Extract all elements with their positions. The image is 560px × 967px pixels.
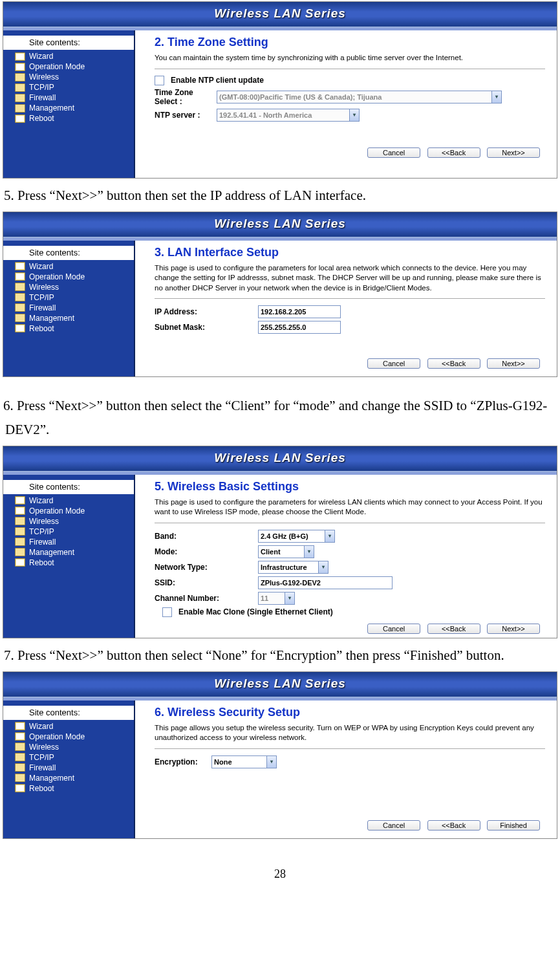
ssid-label: SSID: bbox=[155, 578, 258, 587]
page-icon bbox=[15, 114, 25, 123]
page-icon bbox=[15, 784, 25, 792]
screenshot-timezone: Wireless LAN Series Site contents: Wizar… bbox=[3, 1, 557, 179]
timezone-label: Time Zone Select : bbox=[155, 88, 217, 106]
page-icon bbox=[15, 324, 25, 332]
folder-icon bbox=[15, 548, 25, 556]
sidebar-item-firewall[interactable]: Firewall bbox=[15, 763, 134, 773]
next-button[interactable]: Next>> bbox=[487, 624, 540, 634]
folder-icon bbox=[15, 73, 25, 81]
banner-title: Wireless LAN Series bbox=[3, 672, 557, 698]
nettype-label: Network Type: bbox=[155, 563, 258, 572]
ntp-server-select[interactable]: 192.5.41.41 - North America▾ bbox=[217, 109, 360, 122]
folder-icon bbox=[15, 527, 25, 536]
sidebar: Site contents: Wizard Operation Mode Wir… bbox=[3, 241, 135, 377]
folder-icon bbox=[15, 94, 25, 102]
sidebar-item-wireless[interactable]: Wireless bbox=[15, 72, 134, 82]
sidebar-item-tcpip[interactable]: TCP/IP bbox=[15, 292, 134, 303]
sidebar-item-opmode[interactable]: Operation Mode bbox=[15, 61, 134, 72]
instruction-5: 5. Press “Next>>” button then set the IP… bbox=[0, 180, 560, 210]
sidebar-item-wireless[interactable]: Wireless bbox=[15, 742, 134, 752]
mode-label: Mode: bbox=[155, 547, 258, 556]
sidebar-item-tcpip[interactable]: TCP/IP bbox=[15, 527, 134, 537]
band-label: Band: bbox=[155, 532, 258, 541]
sidebar-item-management[interactable]: Management bbox=[15, 103, 134, 113]
sidebar-item-wizard[interactable]: Wizard bbox=[15, 495, 134, 506]
sidebar-item-wizard[interactable]: Wizard bbox=[15, 261, 134, 272]
screenshot-wireless-basic: Wireless LAN Series Site contents: Wizar… bbox=[3, 446, 557, 638]
folder-icon bbox=[15, 774, 25, 782]
page-title: 5. Wireless Basic Settings bbox=[155, 480, 545, 494]
page-icon bbox=[15, 506, 25, 515]
sidebar-item-reboot[interactable]: Reboot bbox=[15, 323, 134, 334]
timezone-select[interactable]: (GMT-08:00)Pacific Time (US & Canada); T… bbox=[217, 91, 502, 103]
sidebar-item-management[interactable]: Management bbox=[15, 547, 134, 558]
sidebar-item-opmode[interactable]: Operation Mode bbox=[15, 732, 134, 742]
folder-icon bbox=[15, 83, 25, 92]
sidebar-item-wizard[interactable]: Wizard bbox=[15, 51, 134, 61]
site-contents-label: Site contents: bbox=[3, 36, 134, 50]
chevron-down-icon: ▾ bbox=[325, 530, 334, 542]
page-icon bbox=[15, 722, 25, 730]
page-desc: This page is used to configure the param… bbox=[155, 263, 545, 294]
chevron-down-icon: ▾ bbox=[349, 109, 359, 121]
channel-select[interactable]: 11▾ bbox=[258, 592, 295, 605]
back-button[interactable]: <<Back bbox=[427, 820, 480, 831]
sidebar: Site contents: Wizard Operation Mode Wir… bbox=[3, 701, 135, 838]
ip-input[interactable]: 192.168.2.205 bbox=[258, 305, 341, 318]
back-button[interactable]: <<Back bbox=[427, 624, 480, 634]
sidebar: Site contents: Wizard Operation Mode Wir… bbox=[3, 475, 135, 638]
sidebar-item-wireless[interactable]: Wireless bbox=[15, 282, 134, 292]
cancel-button[interactable]: Cancel bbox=[367, 358, 420, 369]
folder-icon bbox=[15, 283, 25, 291]
sidebar-item-wizard[interactable]: Wizard bbox=[15, 721, 134, 732]
next-button[interactable]: Next>> bbox=[487, 358, 540, 369]
folder-icon bbox=[15, 293, 25, 301]
macclone-checkbox[interactable] bbox=[162, 607, 172, 617]
sidebar-item-firewall[interactable]: Firewall bbox=[15, 92, 134, 103]
sidebar-item-firewall[interactable]: Firewall bbox=[15, 303, 134, 313]
chevron-down-icon: ▾ bbox=[304, 546, 314, 558]
back-button[interactable]: <<Back bbox=[427, 147, 480, 158]
sidebar-item-tcpip[interactable]: TCP/IP bbox=[15, 752, 134, 763]
finished-button[interactable]: Finished bbox=[487, 820, 540, 831]
sidebar-item-management[interactable]: Management bbox=[15, 773, 134, 783]
cancel-button[interactable]: Cancel bbox=[367, 820, 420, 831]
page-title: 6. Wireless Security Setup bbox=[155, 706, 545, 719]
sidebar-item-firewall[interactable]: Firewall bbox=[15, 537, 134, 547]
ntp-enable-checkbox[interactable] bbox=[155, 76, 164, 85]
macclone-label: Enable Mac Clone (Single Ethernet Client… bbox=[178, 607, 333, 616]
sidebar-item-tcpip[interactable]: TCP/IP bbox=[15, 82, 134, 92]
ssid-input[interactable]: ZPlus-G192-DEV2 bbox=[258, 576, 393, 589]
sidebar-item-reboot[interactable]: Reboot bbox=[15, 783, 134, 794]
sidebar: Site contents: Wizard Operation Mode Wir… bbox=[3, 30, 135, 178]
sidebar-item-opmode[interactable]: Operation Mode bbox=[15, 272, 134, 282]
mask-input[interactable]: 255.255.255.0 bbox=[258, 321, 341, 334]
page-title: 3. LAN Interface Setup bbox=[155, 246, 545, 259]
sidebar-item-wireless[interactable]: Wireless bbox=[15, 516, 134, 527]
banner-title: Wireless LAN Series bbox=[3, 446, 557, 472]
sidebar-item-reboot[interactable]: Reboot bbox=[15, 113, 134, 124]
instruction-7: 7. Press “Next>>” button then select “No… bbox=[0, 640, 560, 670]
mode-select[interactable]: Client▾ bbox=[258, 545, 314, 558]
folder-icon bbox=[15, 538, 25, 546]
channel-label: Channel Number: bbox=[155, 594, 258, 603]
ip-label: IP Address: bbox=[155, 307, 258, 316]
site-contents-label: Site contents: bbox=[3, 246, 134, 260]
screenshot-lan: Wireless LAN Series Site contents: Wizar… bbox=[3, 212, 557, 378]
folder-icon bbox=[15, 314, 25, 322]
cancel-button[interactable]: Cancel bbox=[367, 624, 420, 634]
sidebar-item-reboot[interactable]: Reboot bbox=[15, 558, 134, 568]
back-button[interactable]: <<Back bbox=[427, 358, 480, 369]
ntp-enable-label: Enable NTP client update bbox=[171, 76, 264, 85]
sidebar-item-management[interactable]: Management bbox=[15, 313, 134, 323]
folder-icon bbox=[15, 517, 25, 525]
band-select[interactable]: 2.4 GHz (B+G)▾ bbox=[258, 530, 335, 543]
folder-icon bbox=[15, 753, 25, 761]
site-contents-label: Site contents: bbox=[3, 480, 134, 494]
nettype-select[interactable]: Infrastructure▾ bbox=[258, 561, 328, 574]
chevron-down-icon: ▾ bbox=[285, 592, 294, 604]
sidebar-item-opmode[interactable]: Operation Mode bbox=[15, 506, 134, 516]
encryption-select[interactable]: None▾ bbox=[211, 755, 277, 768]
next-button[interactable]: Next>> bbox=[487, 147, 540, 158]
cancel-button[interactable]: Cancel bbox=[367, 147, 420, 158]
